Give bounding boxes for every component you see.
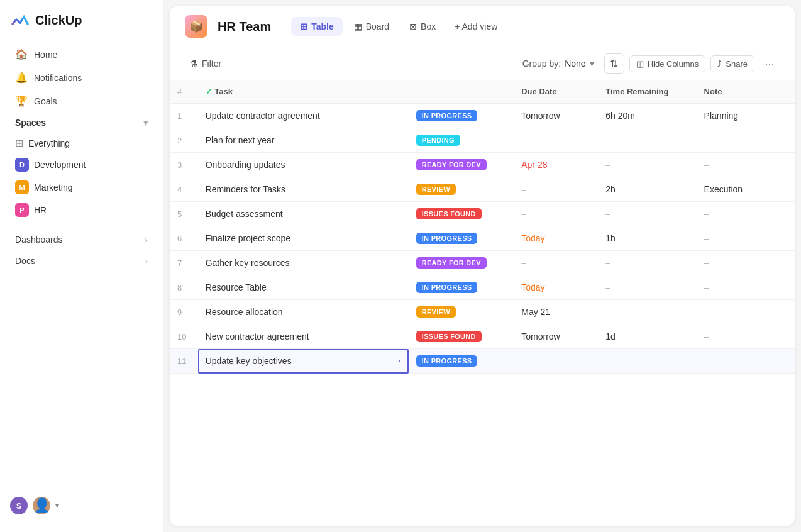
row-status[interactable]: IN PROGRESS xyxy=(409,103,514,128)
table-row[interactable]: 4 Reminders for Tasks REVIEW – 2h Execut… xyxy=(170,177,795,202)
row-task[interactable]: Plan for next year xyxy=(198,128,409,153)
row-timeremaining[interactable]: – xyxy=(598,128,696,153)
row-duedate[interactable]: Apr 28 xyxy=(514,153,598,177)
row-note[interactable]: – xyxy=(697,251,795,275)
table-header-row: # ✓ Task Due Date Time Remaining Note xyxy=(170,80,795,103)
sidebar-item-development[interactable]: D Development xyxy=(5,153,158,176)
tab-board[interactable]: ▦ Board xyxy=(345,17,398,36)
row-status[interactable]: ISSUES FOUND xyxy=(409,324,514,349)
row-status[interactable]: READY FOR DEV xyxy=(409,251,514,275)
status-badge: READY FOR DEV xyxy=(416,257,487,269)
user-dropdown[interactable]: ▾ xyxy=(55,501,59,510)
grid-icon: ⊞ xyxy=(15,137,23,149)
table-row[interactable]: 1 Update contractor agreement IN PROGRES… xyxy=(170,103,795,128)
row-duedate[interactable]: May 21 xyxy=(514,300,598,324)
row-task[interactable]: Gather key resources xyxy=(198,251,409,275)
row-timeremaining[interactable]: – xyxy=(598,275,696,300)
row-note[interactable]: Execution xyxy=(697,177,795,202)
add-view-button[interactable]: + Add view xyxy=(447,17,505,36)
row-task[interactable]: Resource allocation xyxy=(198,300,409,324)
row-duedate[interactable]: – xyxy=(514,349,598,374)
row-task[interactable]: Resource Table xyxy=(198,275,409,300)
tab-table[interactable]: ⊞ Table xyxy=(291,17,343,36)
groupby-button[interactable]: Group by: None ▾ xyxy=(517,55,599,72)
spaces-label: Spaces xyxy=(15,118,46,128)
row-task[interactable]: Reminders for Tasks xyxy=(198,177,409,202)
row-task[interactable]: Update key objectives▪ xyxy=(198,349,409,374)
sidebar-item-home[interactable]: 🏠 Home xyxy=(5,43,158,66)
sidebar-item-hr[interactable]: P HR xyxy=(5,199,158,221)
table-row[interactable]: 5 Budget assessment ISSUES FOUND – – – xyxy=(170,202,795,226)
row-duedate[interactable]: Tomorrow xyxy=(514,103,598,128)
row-task[interactable]: Onboarding updates xyxy=(198,153,409,177)
user-avatar-s: S xyxy=(10,497,28,514)
row-note[interactable]: – xyxy=(697,349,795,374)
table-body: 1 Update contractor agreement IN PROGRES… xyxy=(170,103,795,374)
row-note[interactable]: – xyxy=(697,324,795,349)
row-task[interactable]: Finalize project scope xyxy=(198,226,409,251)
row-status[interactable]: IN PROGRESS xyxy=(409,275,514,300)
filter-button[interactable]: ⚗ Filter xyxy=(185,55,226,72)
row-status[interactable]: IN PROGRESS xyxy=(409,349,514,374)
row-duedate[interactable]: – xyxy=(514,251,598,275)
table-row[interactable]: 8 Resource Table IN PROGRESS Today – – xyxy=(170,275,795,300)
chevron-down-groupby: ▾ xyxy=(590,58,594,69)
table-row[interactable]: 6 Finalize project scope IN PROGRESS Tod… xyxy=(170,226,795,251)
sidebar-item-everything[interactable]: ⊞ Everything xyxy=(5,133,158,153)
row-note[interactable]: – xyxy=(697,226,795,251)
row-task[interactable]: Update contractor agreement xyxy=(198,103,409,128)
row-task[interactable]: Budget assessment xyxy=(198,202,409,226)
row-timeremaining[interactable]: – xyxy=(598,300,696,324)
row-note[interactable]: – xyxy=(697,202,795,226)
row-timeremaining[interactable]: 6h 20m xyxy=(598,103,696,128)
table-row[interactable]: 9 Resource allocation REVIEW May 21 – – xyxy=(170,300,795,324)
row-note[interactable]: – xyxy=(697,128,795,153)
row-status[interactable]: READY FOR DEV xyxy=(409,153,514,177)
hide-columns-button[interactable]: ◫ Hide Columns xyxy=(629,55,706,72)
row-status[interactable]: ISSUES FOUND xyxy=(409,202,514,226)
row-status[interactable]: PENDING xyxy=(409,128,514,153)
row-timeremaining[interactable]: – xyxy=(598,202,696,226)
sidebar-item-marketing[interactable]: M Marketing xyxy=(5,176,158,199)
table-row[interactable]: 3 Onboarding updates READY FOR DEV Apr 2… xyxy=(170,153,795,177)
row-timeremaining[interactable]: – xyxy=(598,349,696,374)
sidebar-item-goals[interactable]: 🏆 Goals xyxy=(5,89,158,113)
more-options-button[interactable]: ··· xyxy=(760,53,780,74)
spaces-section[interactable]: Spaces ▾ xyxy=(5,113,158,133)
row-duedate[interactable]: – xyxy=(514,128,598,153)
row-duedate[interactable]: – xyxy=(514,177,598,202)
row-note[interactable]: – xyxy=(697,300,795,324)
row-duedate[interactable]: Today xyxy=(514,275,598,300)
row-duedate[interactable]: Today xyxy=(514,226,598,251)
row-duedate[interactable]: – xyxy=(514,202,598,226)
row-duedate[interactable]: Tomorrow xyxy=(514,324,598,349)
row-timeremaining[interactable]: 2h xyxy=(598,177,696,202)
row-timeremaining[interactable]: – xyxy=(598,251,696,275)
row-note[interactable]: – xyxy=(697,275,795,300)
status-badge: REVIEW xyxy=(416,306,456,318)
user-section: S 👤 ▾ xyxy=(0,489,163,522)
table-row[interactable]: 10 New contractor agreement ISSUES FOUND… xyxy=(170,324,795,349)
hide-cols-label: Hide Columns xyxy=(648,59,699,69)
row-timeremaining[interactable]: 1d xyxy=(598,324,696,349)
share-button[interactable]: ⤴ Share xyxy=(710,55,754,72)
sort-button[interactable]: ⇅ xyxy=(604,53,624,74)
box-tab-icon: ⊠ xyxy=(409,21,417,31)
row-timeremaining[interactable]: 1h xyxy=(598,226,696,251)
row-status[interactable]: REVIEW xyxy=(409,177,514,202)
row-note[interactable]: – xyxy=(697,153,795,177)
row-note[interactable]: Planning xyxy=(697,103,795,128)
clickup-logo-icon xyxy=(10,10,30,30)
row-status[interactable]: IN PROGRESS xyxy=(409,226,514,251)
tab-box[interactable]: ⊠ Box xyxy=(400,17,445,36)
row-timeremaining[interactable]: – xyxy=(598,153,696,177)
sidebar-item-notifications[interactable]: 🔔 Notifications xyxy=(5,66,158,89)
table-row[interactable]: 11 Update key objectives▪ IN PROGRESS – … xyxy=(170,349,795,374)
row-status[interactable]: REVIEW xyxy=(409,300,514,324)
sort-icon: ⇅ xyxy=(610,58,618,70)
sidebar-item-dashboards[interactable]: Dashboards › xyxy=(5,229,158,250)
table-row[interactable]: 7 Gather key resources READY FOR DEV – –… xyxy=(170,251,795,275)
table-row[interactable]: 2 Plan for next year PENDING – – – xyxy=(170,128,795,153)
row-task[interactable]: New contractor agreement xyxy=(198,324,409,349)
sidebar-item-docs[interactable]: Docs › xyxy=(5,250,158,272)
